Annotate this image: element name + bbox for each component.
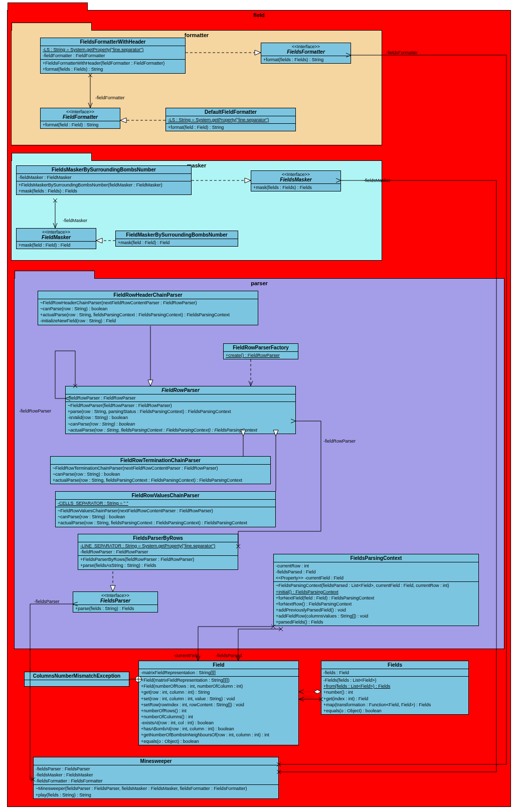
rel-fieldsMasker: -fieldsMasker bbox=[364, 178, 391, 183]
class-FieldMasker: <<Interface>>FieldMasker +mask(field : F… bbox=[16, 228, 96, 249]
rel-fieldMasker: -fieldMasker bbox=[63, 218, 87, 223]
rel-fieldsParsed: -fieldsParsed bbox=[216, 653, 242, 658]
class-FieldsParserByRows: FieldsParserByRows -LINE_SEPARATOR : Str… bbox=[78, 534, 238, 570]
class-FieldRowParser: FieldRowParser -fieldRowParser : FieldRo… bbox=[65, 386, 296, 434]
class-ColumnsNumberMismatchException: ColumnsNumberMismatchException bbox=[24, 672, 129, 687]
class-Fields: Fields -fields : Field -Fields(fields : … bbox=[321, 661, 469, 715]
class-FieldMaskerBySurroundingBombsNumber: FieldMaskerBySurroundingBombsNumber +mas… bbox=[115, 231, 238, 247]
class-FieldsMaskerBySurroundingBombsNumber: FieldsMaskerBySurroundingBombsNumber -fi… bbox=[16, 165, 192, 195]
package-parser-label: parser bbox=[251, 280, 268, 286]
rel-fieldsFormatter: -fieldsFormatter bbox=[386, 50, 418, 55]
class-FieldRowParserFactory: FieldRowParserFactory +create() : FieldR… bbox=[223, 343, 298, 359]
class-DefaultFieldFormatter: DefaultFieldFormatter -LS : String = Sys… bbox=[165, 108, 296, 131]
class-FieldsFormatterWithHeader: FieldsFormatterWithHeader -LS : String =… bbox=[40, 38, 186, 74]
package-field-label: field bbox=[253, 12, 265, 18]
rel-fieldRowParser2: -fieldRowParser bbox=[323, 439, 356, 444]
class-FieldsParsingContext: FieldsParsingContext -currentRow : int-f… bbox=[273, 554, 479, 626]
package-formatter-label: formatter bbox=[185, 32, 209, 38]
rel-fieldRowParser1: -fieldRowParser bbox=[19, 409, 51, 414]
rel-fieldsParser: -fieldsParser bbox=[34, 599, 60, 604]
class-FieldRowHeaderChainParser: FieldRowHeaderChainParser ~FieldRowHeade… bbox=[38, 291, 258, 325]
rel-fieldFormatter: -fieldFormatter bbox=[95, 95, 125, 100]
class-Minesweeper: Minesweeper -fieldsParser : FieldsParser… bbox=[33, 757, 279, 799]
class-title: FieldsFormatterWithHeader bbox=[80, 39, 145, 45]
class-FieldsMasker: <<Interface>>FieldsMasker +mask(fields :… bbox=[251, 170, 341, 191]
class-FieldRowTerminationChainParser: FieldRowTerminationChainParser ~FieldRow… bbox=[50, 456, 271, 484]
class-FieldsFormatter: <<Interface>>FieldsFormatter +format(fie… bbox=[261, 43, 351, 64]
rel-currentField: -currentField bbox=[174, 653, 199, 658]
class-Field: Field -matrixFieldRepresentation : Strin… bbox=[138, 661, 299, 745]
class-FieldRowValuesChainParser: FieldRowValuesChainParser -CELLS_SEPARAT… bbox=[55, 491, 276, 527]
rel-fields: -fields bbox=[302, 694, 314, 699]
class-FieldFormatter: <<Interface>>FieldFormatter +format(fiel… bbox=[40, 108, 120, 129]
class-FieldsParser: <<Interface>>FieldsParser +parse(fields … bbox=[73, 591, 158, 613]
